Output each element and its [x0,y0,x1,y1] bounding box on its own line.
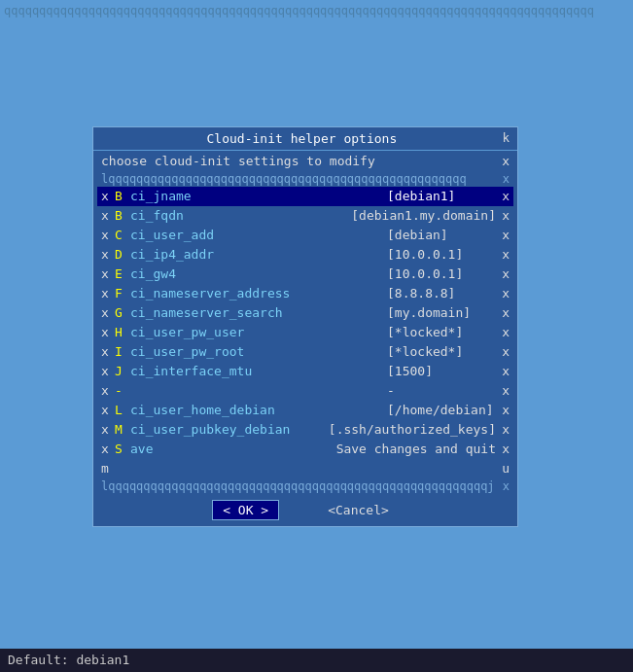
list-item[interactable]: x L ci_user_home_debian [/home/debian] x [97,401,513,420]
list-item[interactable]: x D ci_ip4_addr [10.0.0.1] x [97,245,513,265]
list-item[interactable]: x C ci_user_add [debian] x [97,226,513,245]
border-row-bottom: lqqqqqqqqqqqqqqqqqqqqqqqqqqqqqqqqqqqqqqq… [93,478,517,494]
bottom-status-bar: Default: debian1 [0,649,633,672]
list-item[interactable]: x G ci_nameserver_search [my.domain] x [97,303,513,323]
close-hint: k [503,131,510,145]
ok-button[interactable]: < OK > [212,500,279,520]
list-item[interactable]: x E ci_gw4 [10.0.0.1] x [97,265,513,284]
list-item[interactable]: x B ci_fqdn [debian1.my.domain] x [97,206,513,226]
menu-list: x B ci_jname [debian1] x x B ci_fqdn [de… [93,187,517,478]
top-bar: qqqqqqqqqqqqqqqqqqqqqqqqqqqqqqqqqqqqqqqq… [0,0,633,21]
dialog-title: Cloud-init helper options k [93,127,517,151]
dialog: Cloud-init helper options k choose cloud… [92,126,518,527]
list-item[interactable]: x H ci_user_pw_user [*locked*] x [97,323,513,342]
border-row-top: lqqqqqqqqqqqqqqqqqqqqqqqqqqqqqqqqqqqqqqq… [93,171,517,187]
list-item[interactable]: x B ci_jname [debian1] x [97,187,513,206]
cancel-button[interactable]: <Cancel> [318,501,399,519]
list-item[interactable]: x F ci_nameserver_address [8.8.8.8] x [97,284,513,303]
list-item-separator: x - - x [97,381,513,401]
dialog-buttons: < OK > <Cancel> [93,494,517,526]
list-item-save[interactable]: x S ave Save changes and quit x [97,440,513,459]
row-m: m u [97,459,513,478]
dialog-subtitle: choose cloud-init settings to modify x [93,151,517,171]
list-item[interactable]: x M ci_user_pubkey_debian [.ssh/authoriz… [97,420,513,440]
list-item[interactable]: x J ci_interface_mtu [1500] x [97,362,513,381]
list-item[interactable]: x I ci_user_pw_root [*locked*] x [97,342,513,362]
